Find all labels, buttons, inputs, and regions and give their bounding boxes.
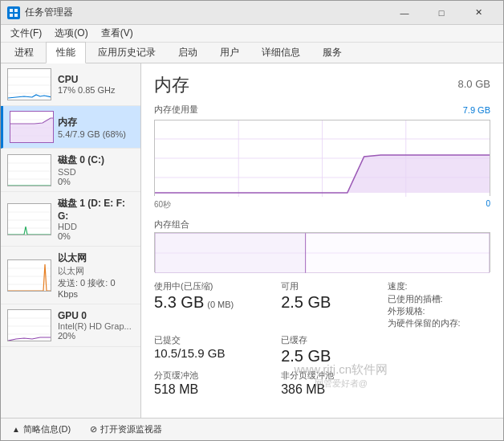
usage-label: 内存使用量 — [154, 104, 198, 116]
monitor-icon: ⊘ — [90, 424, 97, 435]
stat-speed-label: 速度: — [388, 280, 490, 292]
close-button[interactable]: ✕ — [460, 1, 497, 25]
tab-services[interactable]: 服务 — [312, 42, 352, 63]
chevron-icon: ▲ — [12, 425, 20, 434]
stat-committed-label: 已提交 — [154, 334, 278, 346]
svg-rect-25 — [8, 310, 51, 341]
ethernet-val: 发送: 0 接收: 0 Kbps — [58, 277, 134, 299]
tab-startup[interactable]: 启动 — [168, 42, 208, 63]
menu-file[interactable]: 文件(F) — [4, 25, 48, 42]
gpu-val: 20% — [58, 331, 134, 341]
svg-rect-17 — [8, 204, 51, 235]
cpu-info: CPU 17% 0.85 GHz — [58, 74, 134, 95]
summary-button[interactable]: ▲ 简略信息(D) — [7, 422, 75, 437]
svg-rect-1 — [14, 9, 18, 12]
disk1-name: 磁盘 1 (D: E: F: G: — [58, 197, 134, 222]
perf-item-gpu[interactable]: GPU 0 Intel(R) HD Grap... 20% — [1, 304, 140, 347]
left-panel: CPU 17% 0.85 GHz 内存 — [1, 63, 141, 418]
memory-val: 5.4/7.9 GB (68%) — [58, 129, 134, 139]
svg-rect-2 — [10, 14, 13, 17]
memory-mini-chart — [10, 111, 54, 143]
svg-rect-41 — [306, 233, 490, 273]
disk0-sub: SSD — [58, 167, 134, 177]
stat-cached-label: 已缓存 — [281, 334, 384, 346]
stat-in-use-extra: (0 MB) — [207, 300, 234, 309]
stat-empty — [388, 334, 490, 365]
monitor-button[interactable]: ⊘ 打开资源监视器 — [85, 422, 167, 437]
minimize-button[interactable]: — — [386, 1, 423, 25]
perf-item-ethernet[interactable]: 以太网 以太网 发送: 0 接收: 0 Kbps — [1, 247, 140, 304]
stat-slots-label: 已使用的插槽: — [388, 293, 490, 305]
menu-options[interactable]: 选项(O) — [48, 25, 94, 42]
stat-nonpaged-label: 非分页缓冲池 — [281, 370, 384, 382]
disk1-info: 磁盘 1 (D: E: F: G: HDD 0% — [58, 197, 134, 241]
stat-nonpaged-pool: 非分页缓冲池 386 MB — [281, 370, 384, 397]
ethernet-name: 以太网 — [58, 251, 134, 265]
stat-cached-value: 2.5 GB — [281, 347, 384, 365]
disk0-val: 0% — [58, 177, 134, 186]
stat-form-label: 外形规格: — [388, 305, 490, 317]
app-icon — [7, 6, 20, 19]
disk0-info: 磁盘 0 (C:) SSD 0% — [58, 153, 134, 186]
ethernet-mini-chart — [7, 259, 51, 292]
disk0-mini-chart — [7, 154, 51, 186]
stat-cached: 已缓存 2.5 GB — [281, 334, 384, 365]
cpu-mini-chart — [7, 68, 51, 100]
gpu-mini-chart — [7, 309, 51, 341]
stat-in-use: 使用中(已压缩) 5.3 GB (0 MB) — [154, 280, 278, 329]
time-labels: 60秒 0 — [154, 199, 490, 210]
disk1-sub: HDD — [58, 222, 134, 231]
disk1-mini-chart — [7, 203, 51, 235]
menu-bar: 文件(F) 选项(O) 查看(V) — [1, 25, 503, 43]
stat-available-label: 可用 — [281, 280, 384, 292]
tab-details[interactable]: 详细信息 — [251, 42, 311, 63]
time-left: 60秒 — [154, 199, 171, 210]
main-content: CPU 17% 0.85 GHz 内存 — [1, 63, 503, 418]
perf-item-memory[interactable]: 内存 5.4/7.9 GB (68%) — [1, 106, 140, 149]
stat-in-use-value: 5.3 GB — [154, 293, 204, 311]
stat-in-use-label: 使用中(已压缩) — [154, 280, 278, 292]
stat-paged-label: 分页缓冲池 — [154, 370, 278, 382]
svg-rect-0 — [10, 9, 13, 12]
perf-item-cpu[interactable]: CPU 17% 0.85 GHz — [1, 63, 140, 106]
memory-usage-chart — [154, 120, 490, 196]
time-right: 0 — [486, 199, 490, 210]
gpu-name: GPU 0 — [58, 310, 134, 321]
disk1-val: 0% — [58, 231, 134, 241]
bottom-bar: ▲ 简略信息(D) ⊘ 打开资源监视器 — [1, 418, 503, 440]
monitor-label: 打开资源监视器 — [100, 423, 162, 435]
ethernet-sub: 以太网 — [58, 265, 134, 277]
tab-bar: 进程 性能 应用历史记录 启动 用户 详细信息 服务 — [1, 43, 503, 63]
section-total: 8.0 GB — [458, 73, 490, 90]
tab-performance[interactable]: 性能 — [46, 42, 86, 63]
stat-nonpaged-value: 386 MB — [281, 382, 384, 397]
memory-name: 内存 — [58, 116, 134, 129]
stat-reserved-label: 为硬件保留的内存: — [388, 317, 490, 329]
stat-available: 可用 2.5 GB — [281, 280, 384, 329]
tab-users[interactable]: 用户 — [209, 42, 250, 63]
tab-app-history[interactable]: 应用历史记录 — [87, 42, 166, 63]
tab-process[interactable]: 进程 — [4, 42, 44, 63]
section-title: 内存 — [154, 73, 189, 97]
right-header: 内存 8.0 GB — [154, 73, 490, 97]
combo-label: 内存组合 — [154, 219, 189, 229]
task-manager-window: 任务管理器 — □ ✕ 文件(F) 选项(O) 查看(V) 进程 性能 应用历史… — [0, 0, 504, 441]
stat-committed-value: 10.5/15.9 GB — [154, 347, 278, 361]
stat-speed: 速度: 已使用的插槽: 外形规格: 为硬件保留的内存: — [388, 280, 490, 329]
memory-combo-chart — [154, 232, 490, 272]
disk0-name: 磁盘 0 (C:) — [58, 153, 134, 167]
perf-item-disk0[interactable]: 磁盘 0 (C:) SSD 0% — [1, 149, 140, 192]
usage-val: 7.9 GB — [463, 105, 490, 115]
svg-rect-3 — [14, 14, 18, 17]
stat-empty2 — [388, 370, 490, 397]
ethernet-info: 以太网 以太网 发送: 0 接收: 0 Kbps — [58, 251, 134, 299]
stats-section: 使用中(已压缩) 5.3 GB (0 MB) 可用 2.5 GB 速度: 已使用… — [154, 280, 490, 397]
window-controls: — □ ✕ — [386, 1, 497, 25]
menu-view[interactable]: 查看(V) — [95, 25, 140, 42]
maximize-button[interactable]: □ — [423, 1, 460, 25]
perf-item-disk1[interactable]: 磁盘 1 (D: E: F: G: HDD 0% — [1, 192, 140, 247]
cpu-val: 17% 0.85 GHz — [58, 85, 134, 95]
svg-rect-39 — [155, 233, 306, 273]
stat-paged-pool: 分页缓冲池 518 MB — [154, 370, 278, 397]
svg-rect-13 — [8, 155, 51, 186]
